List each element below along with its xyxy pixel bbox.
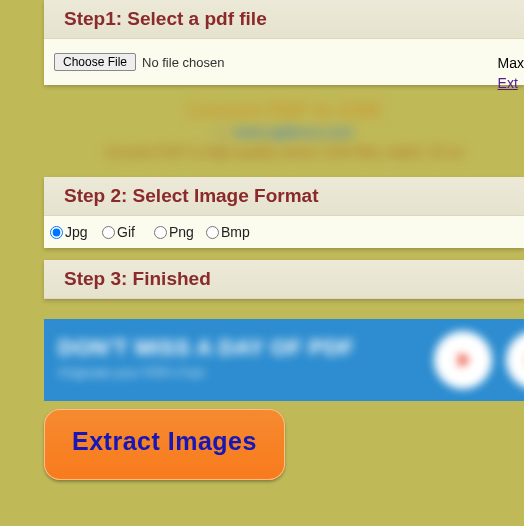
step3-panel: Step 3: Finished [44, 260, 524, 299]
step1-panel: Step1: Select a pdf file Choose File No … [44, 0, 524, 85]
radio-bmp[interactable]: Bmp [206, 224, 254, 240]
choose-file-button[interactable]: Choose File [54, 53, 136, 71]
upload-side-info: Max Ext [498, 54, 524, 93]
ad-desc: Convert PDF to high quality vector CDR f… [44, 144, 524, 160]
radio-gif-label: Gif [117, 224, 135, 240]
radio-jpg-input[interactable] [50, 226, 63, 239]
inline-ad[interactable]: Convert PDF to CDR www.sgldocus.com Conv… [44, 97, 524, 167]
radio-jpg-label: Jpg [65, 224, 88, 240]
ext-link[interactable]: Ext [498, 74, 524, 94]
ad-url: www.sgldocus.com [44, 124, 524, 140]
banner-icons [434, 331, 524, 389]
radio-bmp-input[interactable] [206, 226, 219, 239]
radio-png[interactable]: Png [154, 224, 202, 240]
step2-panel: Step 2: Select Image Format Jpg Gif Png … [44, 177, 524, 248]
radio-bmp-label: Bmp [221, 224, 250, 240]
radio-jpg[interactable]: Jpg [50, 224, 98, 240]
radio-gif[interactable]: Gif [102, 224, 150, 240]
radio-png-label: Png [169, 224, 194, 240]
format-options: Jpg Gif Png Bmp [44, 216, 524, 248]
radio-png-input[interactable] [154, 226, 167, 239]
step3-heading: Step 3: Finished [44, 260, 524, 299]
banner-circle-icon-1 [434, 331, 492, 389]
extract-images-button[interactable]: Extract Images [44, 409, 285, 480]
max-size-label: Max [498, 54, 524, 74]
step2-heading: Step 2: Select Image Format [44, 177, 524, 216]
radio-gif-input[interactable] [102, 226, 115, 239]
step1-heading: Step1: Select a pdf file [44, 0, 524, 39]
step1-body: Choose File No file chosen [44, 39, 524, 85]
banner-circle-icon-2 [506, 331, 524, 389]
ad-title: Convert PDF to CDR [44, 97, 524, 122]
banner-ad[interactable]: DON'T MISS A DAY OF PDF Originate your P… [44, 319, 524, 401]
file-chosen-label: No file chosen [142, 55, 224, 70]
